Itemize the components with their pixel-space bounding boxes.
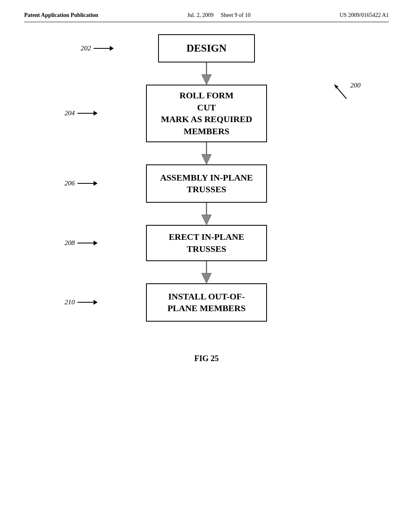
svg-marker-9 — [202, 273, 211, 283]
erect-box: ERECT IN-PLANE TRUSSES — [146, 225, 267, 261]
arrow-4 — [199, 261, 214, 283]
svg-marker-7 — [202, 215, 211, 225]
arrow-1 — [199, 62, 214, 85]
ref-210: 210 — [65, 298, 102, 306]
rollform-box: ROLL FORM CUT MARK AS REQUIRED MEMBERS — [146, 85, 267, 142]
assembly-box: ASSEMBLY IN-PLANE TRUSSES — [146, 164, 267, 203]
header-patent-number: US 2009/0165422 A1 — [340, 12, 389, 19]
arrow-2 — [199, 142, 214, 164]
install-box: INSTALL OUT-OF- PLANE MEMBERS — [146, 283, 267, 322]
header-publication-label: Patent Application Publication — [24, 12, 98, 19]
header-date-sheet: Jul. 2, 2009 Sheet 9 of 10 — [187, 12, 250, 19]
page: Patent Application Publication Jul. 2, 2… — [0, 0, 413, 532]
header-date: Jul. 2, 2009 — [187, 12, 213, 18]
svg-marker-5 — [202, 154, 211, 164]
ref-202: 202 — [81, 44, 118, 52]
ref-200: 200 — [330, 81, 361, 101]
header-sheet: Sheet 9 of 10 — [221, 12, 250, 18]
figure-caption: FIG 25 — [24, 354, 389, 363]
design-box: DESIGN — [158, 34, 255, 62]
page-header: Patent Application Publication Jul. 2, 2… — [24, 12, 389, 22]
ref-206: 206 — [65, 179, 102, 187]
arrow-3 — [199, 203, 214, 225]
ref-204: 204 — [65, 109, 102, 117]
ref-208: 208 — [65, 239, 102, 247]
svg-marker-1 — [202, 75, 211, 85]
